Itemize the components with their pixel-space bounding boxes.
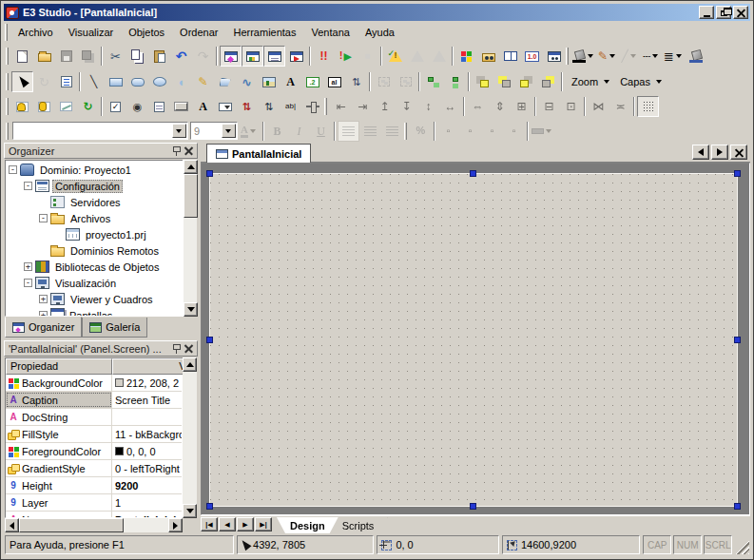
selection-handle-bottom-left[interactable]	[206, 503, 213, 510]
dropdown-button[interactable]	[172, 124, 186, 138]
bring-forward-button[interactable]	[515, 71, 537, 92]
verify-warnings-button[interactable]	[384, 46, 406, 67]
curve-tool[interactable]: ∿	[236, 71, 258, 92]
menu-visualizar[interactable]: Visualizar	[61, 25, 122, 40]
button-control-button[interactable]	[170, 96, 192, 117]
property-row-foregroundcolor[interactable]: ForegroundColor0, 0, 0	[6, 443, 182, 460]
slider-control-button[interactable]	[301, 96, 323, 117]
tree-item-visualizaci-n[interactable]: -Visualización	[7, 275, 195, 291]
fill-color-button[interactable]	[571, 46, 597, 67]
view-organizer-button[interactable]	[220, 46, 242, 67]
view-gallery-button[interactable]	[242, 46, 263, 67]
toolbar-gripper[interactable]	[324, 98, 327, 115]
run-application-button[interactable]: ▶	[335, 46, 357, 67]
tab-organizer[interactable]: Organizer	[5, 317, 82, 338]
verify-application-button[interactable]: !!	[313, 46, 335, 67]
property-row-layer[interactable]: 9Layer1	[6, 494, 182, 512]
arc-tool[interactable]: ◖	[170, 71, 192, 92]
listbox-control-button[interactable]	[148, 96, 170, 117]
display-tool[interactable]: .2	[301, 71, 323, 92]
scroll-down-button[interactable]	[184, 302, 198, 317]
toolbar-gripper[interactable]	[6, 48, 9, 65]
tab-scroll-left-button[interactable]	[692, 145, 709, 160]
toolbar-gripper[interactable]	[6, 73, 9, 90]
property-row-fillstyle[interactable]: FillStyle11 - bkBackgro	[6, 426, 182, 443]
tab-scripts[interactable]: Scripts	[329, 517, 388, 533]
database-object-button[interactable]	[33, 96, 55, 117]
radio-control-button[interactable]: ◉	[126, 96, 148, 117]
menu-ventana[interactable]: Ventana	[304, 25, 358, 40]
expand-icon[interactable]: +	[24, 262, 32, 271]
property-name-cell[interactable]: 9Height	[6, 477, 112, 493]
property-name-cell[interactable]: BackgroundColor	[6, 375, 112, 391]
zoom-dropdown[interactable]: Zoom	[565, 71, 613, 92]
find-screen-button[interactable]	[543, 46, 565, 67]
link-target-button[interactable]	[444, 71, 466, 92]
properties-scrollbar-vertical[interactable]	[183, 357, 197, 518]
label-control-button[interactable]: A	[192, 96, 214, 117]
property-name-cell[interactable]: ACaption	[6, 392, 112, 408]
tree-item-archivos[interactable]: -Archivos	[7, 210, 195, 226]
tab-order-button[interactable]	[55, 71, 77, 92]
property-value-cell[interactable]: 212, 208, 2	[112, 375, 182, 391]
ellipse-tool[interactable]	[148, 71, 170, 92]
document-close-button[interactable]	[730, 145, 747, 160]
new-button[interactable]	[11, 46, 33, 67]
picture-tool[interactable]	[258, 71, 280, 92]
tree-item-dominio-proyecto1[interactable]: -Dominio: Proyecto1	[7, 162, 195, 178]
collapse-icon[interactable]: -	[24, 182, 32, 190]
panel-close-icon[interactable]	[184, 344, 193, 353]
brush-color-button[interactable]: ✎	[597, 46, 619, 67]
bring-to-front-button[interactable]	[472, 71, 493, 92]
selection-handle-top-left[interactable]	[206, 170, 213, 177]
search-in-domain-button[interactable]	[477, 46, 499, 67]
font-name-combo[interactable]	[12, 122, 188, 140]
pin-icon[interactable]	[172, 344, 181, 354]
menubar-gripper[interactable]	[5, 24, 8, 41]
collapse-icon[interactable]: -	[39, 214, 48, 222]
select-tool[interactable]	[11, 71, 33, 92]
selection-handle-top-right[interactable]	[734, 170, 741, 177]
tree-item-proyecto1-prj[interactable]: proyecto1.prj	[7, 226, 195, 242]
title-bar[interactable]: E3 Studio - [PantallaInicial]	[4, 4, 750, 21]
scroll-up-button[interactable]	[183, 357, 197, 372]
property-name-cell[interactable]: GradientStyle	[6, 460, 112, 476]
collapse-icon[interactable]: -	[24, 279, 32, 287]
grid-toggle-button[interactable]	[637, 96, 659, 117]
tree-item-pantallas[interactable]: +Pantallas	[7, 307, 195, 317]
menu-archivo[interactable]: Archivo	[10, 25, 61, 40]
tree-item-servidores[interactable]: Servidores	[7, 194, 195, 210]
view-properties-button[interactable]	[263, 46, 285, 67]
column-header-propiedad[interactable]: Propiedad	[6, 358, 112, 375]
chart-object-button[interactable]	[55, 96, 77, 117]
property-name-cell[interactable]: AName	[6, 512, 112, 517]
report-object-button[interactable]: ↻	[77, 96, 99, 117]
property-name-cell[interactable]: ADocString	[6, 409, 112, 425]
panel-close-icon[interactable]	[184, 146, 193, 155]
property-value-cell[interactable]: Screen Title	[112, 392, 182, 408]
scale-tool[interactable]: ⇅	[345, 71, 367, 92]
font-size-combo[interactable]: 9	[190, 122, 238, 140]
first-sheet-button[interactable]	[201, 517, 218, 531]
properties-scrollbar-horizontal[interactable]	[5, 518, 183, 532]
screen-canvas[interactable]	[209, 173, 738, 507]
checkbox-control-button[interactable]: ✓	[105, 96, 126, 117]
property-row-gradientstyle[interactable]: GradientStyle0 - leftToRight	[6, 460, 182, 477]
rounded-rectangle-tool[interactable]	[126, 71, 148, 92]
alarm-object-button[interactable]	[11, 96, 33, 117]
toolbar-gripper[interactable]	[6, 98, 9, 115]
capas-dropdown[interactable]: Capas	[613, 71, 666, 92]
cut-button[interactable]: ✂	[105, 46, 126, 67]
selection-handle-top-center[interactable]	[470, 170, 476, 177]
paste-button[interactable]	[148, 46, 170, 67]
selection-handle-middle-right[interactable]	[734, 337, 741, 343]
updown-control-button[interactable]: ⇅	[258, 96, 280, 117]
property-row-backgroundcolor[interactable]: BackgroundColor212, 208, 2	[6, 375, 182, 392]
design-viewport[interactable]	[201, 163, 750, 515]
property-row-name[interactable]: ANamePantallaInici	[6, 512, 182, 517]
view-watch-button[interactable]	[285, 46, 307, 67]
property-row-docstring[interactable]: ADocString	[6, 409, 182, 426]
link-source-button[interactable]	[422, 71, 444, 92]
property-name-cell[interactable]: 9Layer	[6, 494, 112, 511]
organizer-tree[interactable]: -Dominio: Proyecto1-ConfiguraciónServido…	[5, 160, 197, 317]
